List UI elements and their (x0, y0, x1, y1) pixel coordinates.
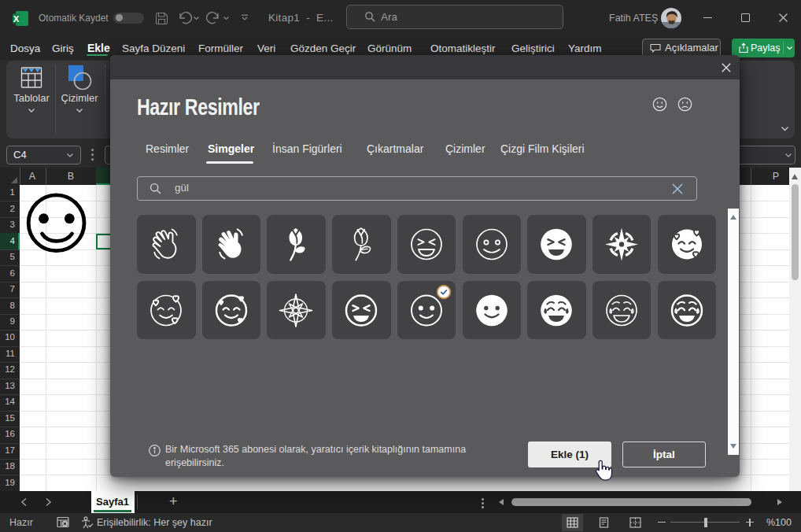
svg-text:X: X (13, 14, 20, 24)
